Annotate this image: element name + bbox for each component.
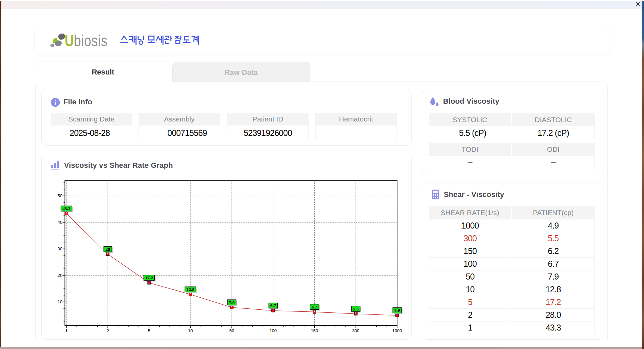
svg-text:10: 10 (188, 328, 193, 333)
svg-text:40: 40 (58, 220, 62, 225)
svg-text:5: 5 (148, 328, 150, 333)
svg-text:150: 150 (311, 328, 318, 333)
svg-text:43.3: 43.3 (62, 206, 70, 211)
svg-text:300: 300 (352, 328, 360, 333)
svg-text:6.2: 6.2 (312, 304, 317, 309)
svg-text:100: 100 (269, 328, 277, 333)
svg-text:28: 28 (106, 247, 110, 252)
svg-text:12.8: 12.8 (186, 287, 195, 292)
svg-text:5.5: 5.5 (353, 306, 359, 311)
svg-text:4.9: 4.9 (394, 308, 400, 313)
svg-text:2: 2 (107, 328, 109, 333)
svg-text:17.2: 17.2 (145, 275, 153, 280)
svg-text:20: 20 (58, 273, 62, 278)
svg-text:50: 50 (58, 193, 62, 198)
svg-text:7.9: 7.9 (229, 300, 235, 305)
svg-text:30: 30 (58, 246, 62, 251)
svg-text:10: 10 (58, 299, 62, 304)
svg-text:1000: 1000 (392, 328, 402, 333)
svg-text:biosis: biosis (74, 32, 107, 50)
svg-text:1: 1 (65, 328, 67, 333)
svg-text:U: U (65, 32, 74, 50)
svg-text:6.7: 6.7 (270, 303, 276, 308)
svg-text:50: 50 (229, 328, 234, 333)
